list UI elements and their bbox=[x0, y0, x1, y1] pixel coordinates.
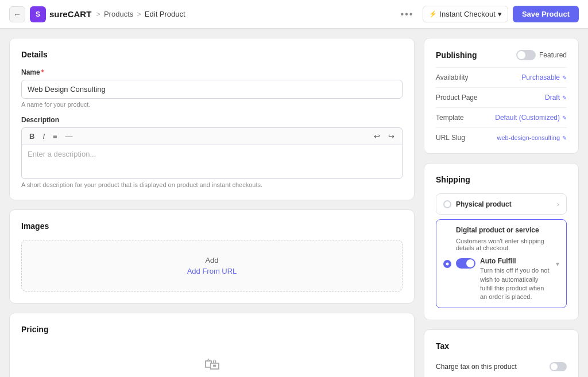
more-icon: ••• bbox=[401, 9, 414, 19]
digital-option-label: Digital product or service bbox=[456, 226, 539, 234]
left-column: Details Name* A name for your product. D… bbox=[9, 38, 415, 368]
right-column: Publishing Featured Availability Purchas… bbox=[424, 38, 579, 368]
publishing-title: Publishing bbox=[436, 50, 477, 60]
availability-key: Availability bbox=[436, 73, 468, 81]
breadcrumb-current: Edit Product bbox=[145, 10, 185, 18]
tax-label: Charge tax on this product bbox=[436, 363, 517, 371]
featured-toggle-wrap: Featured bbox=[516, 50, 567, 60]
pricing-empty-state: 🛍 Set up pricing for your product. bbox=[21, 343, 403, 377]
availability-row: Availability Purchasable ✎ bbox=[436, 67, 567, 81]
logo-symbol: S bbox=[36, 10, 40, 18]
toolbar-right: ↩ ↪ bbox=[371, 131, 397, 142]
pricing-card: Pricing 🛍 Set up pricing for your produc… bbox=[9, 313, 415, 377]
publishing-meta: Availability Purchasable ✎ Product Page … bbox=[436, 67, 567, 142]
featured-toggle[interactable] bbox=[516, 50, 536, 60]
undo-button[interactable]: ↩ bbox=[371, 131, 383, 142]
name-field: Name* A name for your product. bbox=[21, 68, 403, 108]
shipping-title: Shipping bbox=[436, 175, 567, 184]
product-page-text: Draft bbox=[545, 94, 560, 102]
physical-option-info: Physical product bbox=[456, 200, 552, 208]
auto-fulfill-info: Auto Fulfill Turn this off if you do not… bbox=[480, 257, 551, 302]
details-title: Details bbox=[21, 50, 403, 59]
product-page-key: Product Page bbox=[436, 94, 478, 102]
product-page-value[interactable]: Draft ✎ bbox=[545, 94, 567, 102]
logo-icon: S bbox=[30, 6, 46, 22]
back-icon: ← bbox=[13, 10, 21, 19]
template-value[interactable]: Default (Customized) ✎ bbox=[495, 114, 567, 122]
physical-chevron-icon: › bbox=[557, 200, 559, 208]
digital-expanded: Customers won't enter shipping details a… bbox=[456, 238, 551, 302]
product-page-edit-icon: ✎ bbox=[562, 95, 567, 101]
instant-checkout-button[interactable]: ⚡ Instant Checkout ▾ bbox=[423, 6, 508, 22]
template-row: Template Default (Customized) ✎ bbox=[436, 107, 567, 122]
url-slug-text: web-design-consulting bbox=[497, 134, 560, 142]
images-card: Images Add Add From URL bbox=[9, 209, 415, 304]
digital-product-option[interactable]: Digital product or service Customers won… bbox=[436, 219, 567, 308]
digital-radio bbox=[443, 260, 451, 268]
details-card: Details Name* A name for your product. D… bbox=[9, 38, 415, 200]
shipping-options: Physical product › Digital product or se… bbox=[436, 193, 567, 308]
top-nav: ← S sureCART > Products > Edit Product •… bbox=[0, 0, 588, 29]
separator-button[interactable]: — bbox=[63, 131, 76, 142]
breadcrumb-products[interactable]: Products bbox=[104, 10, 133, 18]
url-slug-row: URL Slug web-design-consulting ✎ bbox=[436, 127, 567, 142]
image-upload-area[interactable]: Add Add From URL bbox=[21, 240, 403, 292]
availability-text: Purchasable bbox=[521, 73, 560, 81]
instant-checkout-label: Instant Checkout bbox=[439, 10, 496, 18]
featured-label: Featured bbox=[539, 51, 567, 59]
pricing-icon: 🛍 bbox=[204, 355, 220, 374]
tax-title: Tax bbox=[436, 341, 567, 351]
breadcrumb-sep2: > bbox=[137, 10, 141, 18]
auto-fulfill-toggle[interactable] bbox=[456, 258, 475, 269]
back-button[interactable]: ← bbox=[9, 6, 25, 22]
add-from-url-link[interactable]: Add From URL bbox=[187, 267, 237, 275]
editor-toolbar: B I ≡ — ↩ ↪ bbox=[21, 127, 403, 145]
editor-placeholder: Enter a description... bbox=[28, 150, 96, 158]
breadcrumb: > Products > Edit Product bbox=[96, 10, 185, 18]
name-label: Name* bbox=[21, 68, 403, 76]
shipping-card: Shipping Physical product › Digital prod… bbox=[424, 163, 579, 320]
auto-fulfill-title: Auto Fulfill bbox=[480, 257, 551, 265]
logo: S sureCART bbox=[30, 6, 91, 22]
redo-button[interactable]: ↪ bbox=[385, 131, 397, 142]
bold-button[interactable]: B bbox=[26, 131, 37, 142]
main-layout: Details Name* A name for your product. D… bbox=[0, 29, 588, 377]
save-product-button[interactable]: Save Product bbox=[513, 6, 579, 22]
nav-right: ••• ⚡ Instant Checkout ▾ Save Product bbox=[396, 6, 579, 22]
physical-product-option[interactable]: Physical product › bbox=[436, 193, 567, 215]
url-slug-value[interactable]: web-design-consulting ✎ bbox=[497, 134, 567, 142]
template-text: Default (Customized) bbox=[495, 114, 560, 122]
availability-value[interactable]: Purchasable ✎ bbox=[521, 73, 567, 81]
auto-fulfill-row: Auto Fulfill Turn this off if you do not… bbox=[456, 257, 551, 302]
align-button[interactable]: ≡ bbox=[50, 131, 60, 142]
add-label: Add bbox=[205, 256, 218, 265]
description-hint: A short description for your product tha… bbox=[21, 181, 403, 188]
tax-row: Charge tax on this product bbox=[436, 360, 567, 371]
nav-left: ← S sureCART > Products > Edit Product bbox=[9, 6, 390, 22]
name-input[interactable] bbox=[21, 80, 403, 99]
breadcrumb-sep1: > bbox=[96, 10, 100, 18]
product-page-row: Product Page Draft ✎ bbox=[436, 87, 567, 102]
description-field: Description B I ≡ — ↩ ↪ Enter a descript… bbox=[21, 116, 403, 188]
editor-body[interactable]: Enter a description... bbox=[21, 145, 403, 179]
template-key: Template bbox=[436, 114, 464, 122]
publishing-card: Publishing Featured Availability Purchas… bbox=[424, 38, 579, 154]
digital-chevron-icon: ▾ bbox=[556, 260, 559, 268]
logo-text: sureCART bbox=[49, 9, 91, 19]
required-marker: * bbox=[41, 68, 44, 76]
url-slug-edit-icon: ✎ bbox=[562, 135, 567, 141]
publishing-header-row: Publishing Featured bbox=[436, 50, 567, 60]
availability-edit-icon: ✎ bbox=[562, 75, 567, 81]
italic-button[interactable]: I bbox=[40, 131, 48, 142]
url-slug-key: URL Slug bbox=[436, 134, 465, 142]
images-title: Images bbox=[21, 221, 403, 231]
description-label: Description bbox=[21, 116, 403, 124]
pricing-title: Pricing bbox=[21, 325, 403, 334]
physical-option-label: Physical product bbox=[456, 200, 512, 208]
digital-note: Customers won't enter shipping details a… bbox=[456, 238, 551, 251]
name-hint: A name for your product. bbox=[21, 101, 403, 108]
charge-tax-toggle[interactable] bbox=[550, 362, 567, 371]
more-button[interactable]: ••• bbox=[396, 7, 419, 22]
chevron-down-icon: ▾ bbox=[498, 10, 502, 18]
lightning-icon: ⚡ bbox=[429, 10, 437, 18]
